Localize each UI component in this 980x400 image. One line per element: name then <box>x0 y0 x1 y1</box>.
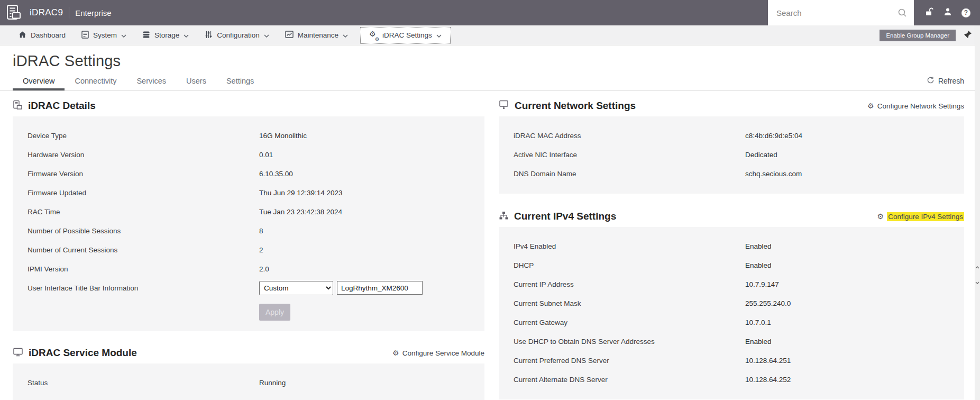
detail-row: Current Gateway10.7.0.1 <box>514 313 964 332</box>
idrac-settings-icon: ⚙⚙ <box>369 31 378 40</box>
scroll-control[interactable] <box>975 261 980 286</box>
detail-label: Current Subnet Mask <box>514 299 745 307</box>
maintenance-icon <box>285 31 294 40</box>
detail-label: Current Gateway <box>514 319 745 326</box>
detail-row: Firmware Version6.10.35.00 <box>28 164 484 183</box>
brand-title: iDRAC9 <box>30 7 63 18</box>
tab-connectivity[interactable]: Connectivity <box>65 72 126 90</box>
refresh-icon <box>927 76 935 86</box>
nav-item-idrac-settings[interactable]: ⚙⚙ iDRAC Settings <box>360 27 451 44</box>
configuration-icon <box>205 31 213 40</box>
nav-item-storage[interactable]: Storage <box>134 25 197 45</box>
detail-value: 16G Monolithic <box>259 132 484 140</box>
nav-item-maintenance[interactable]: Maintenance <box>277 25 356 45</box>
detail-value: c8:4b:d6:9d:e5:04 <box>745 132 964 140</box>
nav-item-configuration[interactable]: Configuration <box>197 25 277 45</box>
page-title: iDRAC Settings <box>13 52 980 70</box>
detail-row: Current Alternate DNS Server10.128.64.25… <box>514 370 964 389</box>
nav-item-dashboard[interactable]: Dashboard <box>11 25 74 45</box>
detail-value: 0.01 <box>259 151 484 159</box>
pin-icon[interactable] <box>964 30 972 41</box>
monitor-icon <box>13 348 23 359</box>
detail-label: Use DHCP to Obtain DNS Server Addresses <box>514 338 745 346</box>
detail-label: RAC Time <box>28 208 259 216</box>
detail-row: Active NIC InterfaceDedicated <box>514 145 964 164</box>
section-title-service-module: iDRAC Service Module <box>29 347 137 359</box>
detail-label: Number of Current Sessions <box>28 246 259 254</box>
detail-label: Status <box>28 379 259 387</box>
service-module-card: iDRAC Service Module ⚙ Configure Service… <box>13 345 484 400</box>
detail-value: Dedicated <box>745 151 964 159</box>
scroll-up-icon[interactable] <box>975 261 979 271</box>
detail-value: 10.128.64.252 <box>745 376 964 384</box>
detail-row: IPv4 EnabledEnabled <box>514 237 964 256</box>
brand-edition: Enterprise <box>75 8 111 17</box>
page-scrollbar[interactable] <box>975 25 980 400</box>
gear-icon: ⚙ <box>392 349 399 357</box>
detail-value: 6.10.35.00 <box>259 170 484 178</box>
detail-label: iDRAC MAC Address <box>514 132 745 140</box>
detail-row: Device Type16G Monolithic <box>28 126 484 145</box>
search-input[interactable] <box>768 0 914 25</box>
help-icon[interactable]: ? <box>961 8 970 17</box>
search-icon[interactable] <box>897 8 907 20</box>
detail-label: IPMI Version <box>28 265 259 273</box>
user-icon[interactable] <box>944 7 952 18</box>
configure-service-module-link[interactable]: ⚙ Configure Service Module <box>392 349 484 357</box>
chevron-down-icon <box>343 31 348 39</box>
detail-row: RAC TimeTue Jan 23 23:42:38 2024 <box>28 202 484 221</box>
tab-overview[interactable]: Overview <box>13 72 65 90</box>
highlighted-link-text: Configure IPv4 Settings <box>887 212 964 221</box>
configure-network-settings-link[interactable]: ⚙ Configure Network Settings <box>867 102 964 110</box>
detail-value: 10.7.9.147 <box>745 280 964 288</box>
main-nav: Dashboard System Storage Configuration M… <box>0 25 980 46</box>
detail-value: Enabled <box>745 242 964 250</box>
detail-label: Current IP Address <box>514 280 745 288</box>
section-title-idrac-details: iDRAC Details <box>28 100 96 112</box>
idrac-logo-icon <box>5 4 23 22</box>
enable-group-manager-button[interactable]: Enable Group Manager <box>880 30 956 41</box>
sitemap-icon <box>499 211 509 222</box>
detail-value: Tue Jan 23 23:42:38 2024 <box>259 208 484 216</box>
configure-ipv4-settings-link[interactable]: ⚙ Configure IPv4 Settings <box>877 212 964 221</box>
nav-item-system[interactable]: System <box>74 25 134 45</box>
detail-label: Active NIC Interface <box>514 151 745 159</box>
detail-row: Number of Current Sessions2 <box>28 240 484 259</box>
tab-services[interactable]: Services <box>126 72 176 90</box>
storage-icon <box>142 31 150 40</box>
global-search <box>768 0 914 25</box>
lock-icon[interactable] <box>924 7 934 19</box>
detail-row: DHCPEnabled <box>514 256 964 275</box>
chevron-down-icon <box>264 31 269 39</box>
chevron-down-icon <box>436 31 442 39</box>
idrac-details-card: iDRAC Details Device Type16G Monolithic … <box>13 98 484 331</box>
ipv4-settings-card: Current IPv4 Settings ⚙ Configure IPv4 S… <box>499 208 964 399</box>
detail-label: IPv4 Enabled <box>514 242 745 250</box>
detail-value: 2.0 <box>259 265 484 273</box>
detail-label: Hardware Version <box>28 151 259 159</box>
tab-users[interactable]: Users <box>176 72 216 90</box>
gear-icon: ⚙ <box>867 102 874 110</box>
detail-label: Firmware Updated <box>28 189 259 197</box>
detail-row: Number of Possible Sessions8 <box>28 221 484 240</box>
detail-row: Firmware UpdatedThu Jun 29 12:39:14 2023 <box>28 183 484 202</box>
detail-label: Current Preferred DNS Server <box>514 357 745 365</box>
apply-button[interactable]: Apply <box>259 304 290 321</box>
tab-settings[interactable]: Settings <box>216 72 264 90</box>
detail-row: IPMI Version2.0 <box>28 259 484 278</box>
detail-label: User Interface Title Bar Information <box>28 284 259 292</box>
titlebar-mode-select[interactable]: Custom <box>259 281 333 295</box>
refresh-button[interactable]: Refresh <box>927 76 964 90</box>
detail-value: Running <box>259 379 484 387</box>
network-settings-card: Current Network Settings ⚙ Configure Net… <box>499 98 964 194</box>
topbar-icon-strip: ? <box>914 7 980 19</box>
chevron-down-icon <box>121 31 126 39</box>
scroll-down-icon[interactable] <box>975 277 979 286</box>
detail-value: schq.secious.com <box>745 170 964 178</box>
section-title-network-settings: Current Network Settings <box>515 100 636 112</box>
section-title-ipv4-settings: Current IPv4 Settings <box>514 211 616 222</box>
detail-label: Number of Possible Sessions <box>28 227 259 235</box>
titlebar-text-input[interactable] <box>337 281 423 295</box>
detail-row: Use DHCP to Obtain DNS Server AddressesE… <box>514 332 964 351</box>
detail-value: 10.128.64.251 <box>745 357 964 365</box>
